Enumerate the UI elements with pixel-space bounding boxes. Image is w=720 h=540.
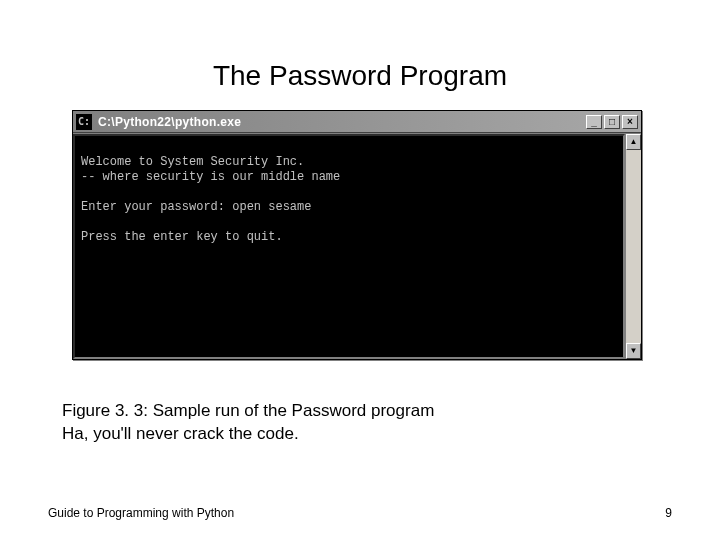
vertical-scrollbar[interactable]: ▲ ▼ xyxy=(625,134,641,359)
console-window: C: C:\Python22\python.exe _ □ × Welcome … xyxy=(72,110,642,360)
close-button[interactable]: × xyxy=(622,115,638,129)
console-output: Welcome to System Security Inc.-- where … xyxy=(73,134,625,359)
console-line: Welcome to System Security Inc. xyxy=(81,155,617,170)
minimize-button[interactable]: _ xyxy=(586,115,602,129)
console-line: Press the enter key to quit. xyxy=(81,230,617,245)
console-line: -- where security is our middle name xyxy=(81,170,617,185)
window-controls: _ □ × xyxy=(586,115,638,129)
slide-footer: Guide to Programming with Python 9 xyxy=(48,506,672,520)
footer-left: Guide to Programming with Python xyxy=(48,506,234,520)
console-body: Welcome to System Security Inc.-- where … xyxy=(73,133,641,359)
app-icon: C: xyxy=(76,114,92,130)
page-number: 9 xyxy=(665,506,672,520)
window-title: C:\Python22\python.exe xyxy=(98,115,586,129)
slide-title: The Password Program xyxy=(0,0,720,110)
caption-line: Figure 3. 3: Sample run of the Password … xyxy=(62,400,720,423)
figure-caption: Figure 3. 3: Sample run of the Password … xyxy=(62,400,720,446)
scroll-down-button[interactable]: ▼ xyxy=(626,343,641,359)
caption-line: Ha, you'll never crack the code. xyxy=(62,423,720,446)
console-line: Enter your password: open sesame xyxy=(81,200,617,215)
scroll-up-button[interactable]: ▲ xyxy=(626,134,641,150)
blank-line xyxy=(81,185,617,200)
titlebar: C: C:\Python22\python.exe _ □ × xyxy=(73,111,641,133)
blank-line xyxy=(81,215,617,230)
scroll-track[interactable] xyxy=(626,150,641,343)
maximize-button[interactable]: □ xyxy=(604,115,620,129)
